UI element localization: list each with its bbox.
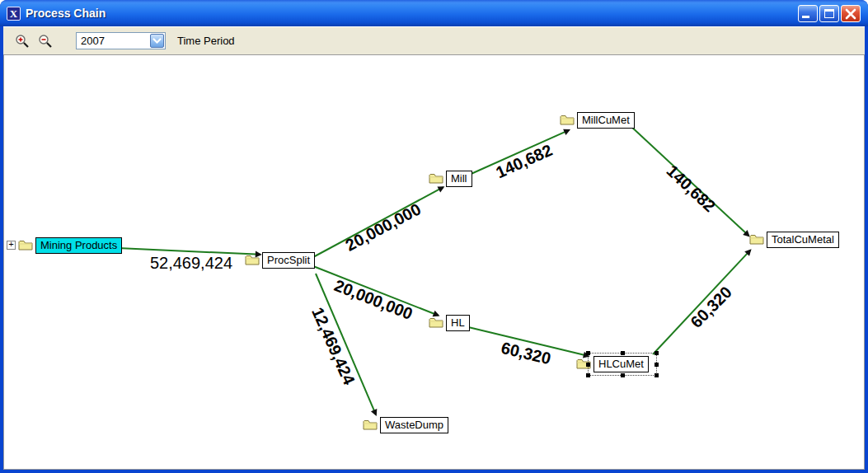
selection-marquee (588, 353, 657, 376)
plus-expander-icon[interactable]: + (7, 241, 16, 250)
close-icon (844, 7, 857, 21)
minimize-button[interactable] (798, 5, 818, 22)
selection-handle[interactable] (621, 373, 625, 377)
node-label[interactable]: TotalCuMetal (767, 232, 839, 248)
chevron-down-icon (152, 38, 162, 44)
selection-handle[interactable] (655, 351, 659, 355)
selection-handle[interactable] (586, 351, 590, 355)
time-period-value: 2007 (77, 35, 150, 47)
folder-icon (749, 233, 764, 249)
selection-handle[interactable] (621, 351, 625, 355)
folder-icon (429, 172, 443, 188)
folder-icon (245, 254, 260, 269)
node-hl[interactable]: HL (429, 315, 470, 332)
edge-value-label: 140,682 (493, 141, 555, 182)
close-button[interactable] (841, 5, 861, 22)
folder-icon (429, 316, 443, 332)
edge-value-label: 52,469,424 (150, 254, 232, 273)
selection-handle[interactable] (655, 373, 659, 377)
maximize-icon (824, 9, 834, 18)
node-label[interactable]: Mining Products (35, 237, 122, 254)
maximize-button[interactable] (819, 5, 839, 22)
zoom-out-icon (38, 34, 53, 49)
time-period-select[interactable]: 2007 (76, 32, 166, 49)
selection-handle[interactable] (586, 373, 590, 377)
arrowhead-icon (371, 409, 379, 417)
edge-value-label: 140,682 (663, 162, 720, 216)
node-totalcumetal[interactable]: TotalCuMetal (749, 232, 839, 249)
node-label[interactable]: Mill (446, 171, 472, 187)
zoom-in-icon (15, 34, 30, 49)
node-label[interactable]: WasteDump (380, 417, 448, 433)
selection-handle[interactable] (586, 363, 590, 367)
window-controls (798, 5, 861, 22)
node-millcumet[interactable]: MillCuMet (560, 112, 635, 129)
toolbar: 2007 Time Period (3, 26, 865, 54)
folder-icon (18, 239, 33, 255)
combo-dropdown-button[interactable] (150, 34, 164, 48)
folder-icon (363, 419, 378, 434)
selection-handle[interactable] (655, 363, 659, 367)
node-label[interactable]: MillCuMet (577, 112, 635, 129)
node-wastedump[interactable]: WasteDump (363, 417, 448, 434)
node-procsplit[interactable]: ProcSplit (245, 252, 315, 269)
node-mill[interactable]: Mill (429, 171, 472, 188)
diagram-canvas: 52,469,424 20,000,000 140,682 140,682 20… (3, 54, 865, 470)
node-label[interactable]: HL (446, 315, 470, 331)
time-period-label: Time Period (177, 35, 235, 47)
edge-value-label: 60,320 (500, 339, 553, 369)
node-label[interactable]: ProcSplit (262, 252, 315, 269)
window-title: Process Chain (26, 7, 106, 20)
node-mining-products[interactable]: + Mining Products (7, 237, 122, 255)
app-logo-icon: X (7, 7, 21, 21)
zoom-in-button[interactable] (15, 34, 30, 49)
zoom-out-button[interactable] (38, 34, 53, 49)
process-chain-window: X Process Chain (0, 0, 868, 473)
edge-value-label: 20,000,000 (342, 199, 424, 255)
folder-icon (560, 114, 575, 129)
client-area: 2007 Time Period (3, 26, 865, 470)
minimize-icon (802, 16, 809, 18)
titlebar[interactable]: X Process Chain (0, 0, 868, 26)
